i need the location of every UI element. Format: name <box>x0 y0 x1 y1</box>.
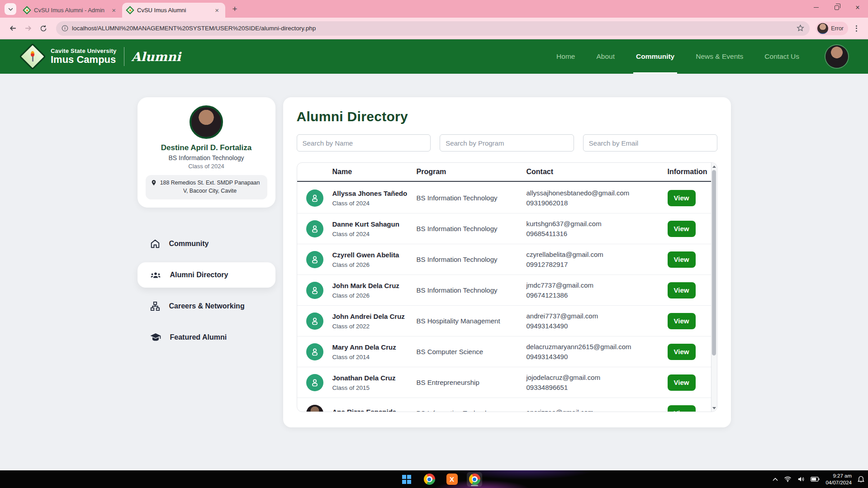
person-icon <box>310 378 320 388</box>
alumni-email: czyrellabelita@gmail.com <box>526 251 668 258</box>
browser-tab-admin[interactable]: CvSU Imus Alumni - Admin × <box>19 3 122 18</box>
nav-home[interactable]: Home <box>556 39 575 74</box>
window-controls: × <box>806 0 868 15</box>
alumni-program: BS Information Technology <box>417 194 526 202</box>
url-text: localhost/ALUMNI%20MANAGEMENT%20SYSTEM/U… <box>72 25 793 32</box>
nav-about[interactable]: About <box>596 39 615 74</box>
address-bar[interactable]: localhost/ALUMNI%20MANAGEMENT%20SYSTEM/U… <box>56 21 810 36</box>
user-avatar[interactable] <box>825 45 848 68</box>
view-button[interactable]: View <box>668 405 696 412</box>
system-tray: 9:27 am 04/07/2024 <box>773 470 864 488</box>
view-button[interactable]: View <box>668 344 696 360</box>
column-program: Program <box>417 168 526 176</box>
notification-bell-icon[interactable] <box>858 476 864 483</box>
restore-icon <box>835 5 839 10</box>
view-button[interactable]: View <box>668 374 696 391</box>
sidebar-item-featured-alumni[interactable]: Featured Alumni <box>138 325 275 350</box>
chrome-taskbar-icon[interactable] <box>422 472 437 487</box>
sidebar-item-community[interactable]: Community <box>138 231 275 256</box>
alumni-avatar <box>306 405 323 412</box>
alumni-batch: Class of 2024 <box>332 231 417 237</box>
table-header: Name Program Contact Information <box>297 163 717 182</box>
view-button[interactable]: View <box>668 282 696 298</box>
close-button[interactable]: × <box>847 0 868 15</box>
tab-close-icon[interactable]: × <box>213 6 221 14</box>
tab-close-icon[interactable]: × <box>110 6 118 14</box>
column-contact: Contact <box>526 168 668 176</box>
table-row: Allyssa Jhones Tañedo Class of 2024 BS I… <box>297 183 711 213</box>
search-email-input[interactable] <box>583 134 717 152</box>
reload-button[interactable] <box>37 22 50 35</box>
search-program-input[interactable] <box>440 134 574 152</box>
column-information: Information <box>668 168 717 176</box>
wifi-icon[interactable] <box>784 476 792 482</box>
tab-title: CvSU Imus Alumni <box>137 7 209 14</box>
nav-news-events[interactable]: News & Events <box>696 39 743 74</box>
browser-menu-button[interactable] <box>851 24 862 33</box>
nav-community[interactable]: Community <box>636 39 674 74</box>
alumni-program: BS Information Technology <box>417 225 526 232</box>
taskbar-clock[interactable]: 9:27 am 04/07/2024 <box>825 473 852 486</box>
profile-card: Destine April D. Fortaliza BS Informatio… <box>138 97 275 208</box>
taskbar-icons: X <box>399 470 482 488</box>
view-button[interactable]: View <box>668 190 696 206</box>
profile-program: BS Information Technology <box>146 154 267 161</box>
row-name-cell: John Andrei Dela Cruz Class of 2022 <box>332 313 417 330</box>
network-icon <box>150 301 160 311</box>
brand-university: Cavite State University <box>51 48 117 54</box>
tray-expand-icon[interactable] <box>773 478 778 481</box>
view-button[interactable]: View <box>668 251 696 268</box>
table-row: Mary Ann Dela Cruz Class of 2014 BS Comp… <box>297 336 711 367</box>
alumni-name: Danne Kurt Sahagun <box>332 220 417 228</box>
page-title: Alumni Directory <box>297 109 717 124</box>
scrollbar-down-arrow[interactable] <box>711 405 717 411</box>
browser-tab-alumni[interactable]: CvSU Imus Alumni × <box>122 3 225 18</box>
sidebar-item-alumni-directory[interactable]: Alumni Directory <box>138 262 275 288</box>
browser-profile-chip[interactable]: Error <box>816 22 848 35</box>
row-contact-cell: kurtshgn637@gmail.com 09685411316 <box>526 220 668 237</box>
brand-alumni-script: Alumni <box>132 50 181 64</box>
nav-contact-us[interactable]: Contact Us <box>764 39 799 74</box>
alumni-batch: Class of 2024 <box>332 200 417 207</box>
table-body: Allyssa Jhones Tañedo Class of 2024 BS I… <box>297 183 711 412</box>
bookmark-star-icon[interactable] <box>797 24 804 32</box>
minimize-button[interactable] <box>806 0 826 15</box>
xampp-taskbar-icon[interactable]: X <box>444 472 460 487</box>
sidebar-item-label: Alumni Directory <box>170 271 228 279</box>
site-info-icon[interactable] <box>62 25 68 32</box>
scrollbar-up-arrow[interactable] <box>711 164 717 169</box>
alumni-avatar <box>306 343 323 360</box>
alumni-email: anarizzae@gmail.com <box>526 408 668 412</box>
tab-search-button[interactable] <box>5 3 16 15</box>
alumni-email: kurtshgn637@gmail.com <box>526 220 668 227</box>
browser-tabstrip: CvSU Imus Alumni - Admin × CvSU Imus Alu… <box>0 0 868 18</box>
table-scrollbar[interactable] <box>711 163 717 412</box>
forward-button[interactable] <box>22 22 34 35</box>
back-button[interactable] <box>6 22 19 35</box>
view-button[interactable]: View <box>668 221 696 237</box>
graduation-cap-icon <box>150 333 161 342</box>
person-icon <box>310 255 320 265</box>
browser-toolbar: localhost/ALUMNI%20MANAGEMENT%20SYSTEM/U… <box>0 18 868 39</box>
search-name-input[interactable] <box>297 134 431 152</box>
battery-icon[interactable] <box>811 477 820 482</box>
volume-icon[interactable] <box>797 476 805 482</box>
chrome-active-taskbar-icon[interactable] <box>467 472 482 487</box>
alumni-program: BS Computer Science <box>417 348 526 355</box>
person-icon <box>310 193 320 203</box>
row-contact-cell: allyssajhonesbtanedo@gmail.com 093190620… <box>526 189 668 207</box>
scrollbar-thumb[interactable] <box>712 170 716 355</box>
alumni-avatar <box>306 251 323 268</box>
alumni-avatar <box>306 282 323 299</box>
view-button[interactable]: View <box>668 313 696 329</box>
new-tab-button[interactable]: + <box>229 3 241 15</box>
start-button[interactable] <box>399 472 414 487</box>
sidebar-item-careers-networking[interactable]: Careers & Networking <box>138 294 275 319</box>
restore-button[interactable] <box>826 0 847 15</box>
table-row: John Andrei Dela Cruz Class of 2022 BS H… <box>297 306 711 336</box>
alumni-avatar <box>306 220 323 237</box>
browser-profile-avatar <box>817 23 828 34</box>
site-favicon <box>127 7 133 14</box>
brand-divider <box>124 47 124 66</box>
sidebar-item-label: Careers & Networking <box>169 302 245 310</box>
